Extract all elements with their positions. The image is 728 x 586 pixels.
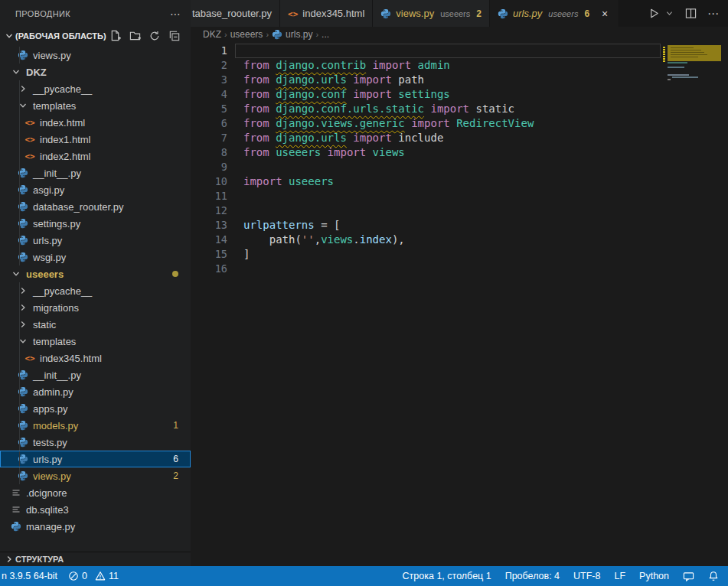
indent-guide bbox=[19, 47, 20, 63]
tree-item-useeers[interactable]: useeers bbox=[0, 265, 191, 282]
tree-item-views-py[interactable]: views.py2 bbox=[0, 467, 191, 484]
breadcrumb-item-urls-py[interactable]: urls.py bbox=[272, 29, 312, 40]
tree-item-label: .dcignore bbox=[26, 487, 67, 499]
code-editor[interactable]: 12from django.contrib import admin3from … bbox=[191, 42, 728, 566]
tree-item-migrations[interactable]: migrations bbox=[0, 299, 191, 316]
line-number: 10 bbox=[191, 174, 227, 189]
line-content: from django.urls import path bbox=[227, 73, 424, 87]
tree-item-label: __init__.py bbox=[33, 168, 81, 179]
close-icon[interactable]: × bbox=[599, 8, 611, 20]
eol-setting[interactable]: LF bbox=[614, 571, 625, 581]
code-line-7[interactable]: 7from django.urls import include bbox=[191, 131, 728, 145]
tree-item-urls-py[interactable]: urls.py bbox=[0, 232, 191, 249]
tree-item--pycache-[interactable]: __pycache__ bbox=[0, 80, 191, 97]
breadcrumb-label: ... bbox=[322, 29, 329, 40]
tree-item-admin-py[interactable]: admin.py bbox=[0, 383, 191, 400]
breadcrumb: DKZ›useeers›urls.py›... bbox=[191, 27, 728, 42]
code-line-16[interactable]: 16 bbox=[191, 262, 728, 276]
code-line-4[interactable]: 4from django.conf import settings bbox=[191, 87, 728, 102]
indent-guide bbox=[19, 467, 20, 484]
tree-item-wsgi-py[interactable]: wsgi.py bbox=[0, 249, 191, 265]
tree-item--dcignore[interactable]: .dcignore bbox=[0, 484, 191, 501]
tree-item-asgi-py[interactable]: asgi.py bbox=[0, 181, 191, 198]
collapse-all-icon[interactable] bbox=[168, 29, 181, 43]
code-line-9[interactable]: 9 bbox=[191, 160, 728, 174]
new-folder-icon[interactable] bbox=[128, 29, 142, 43]
tree-item-label: asgi.py bbox=[33, 184, 64, 196]
problems-status[interactable]: 0 11 bbox=[68, 571, 119, 581]
line-number: 6 bbox=[191, 116, 227, 131]
tab-index345-html[interactable]: <>index345.html bbox=[280, 0, 373, 27]
tree-item-label: views.py bbox=[33, 470, 71, 482]
indent-guide bbox=[19, 148, 20, 164]
status-bar: n 3.9.5 64-bit 0 11 Строка 1, столбец 1 … bbox=[0, 566, 728, 586]
tree-item-label: models.py bbox=[33, 420, 78, 431]
tree-item--init-py[interactable]: __init__.py bbox=[0, 366, 191, 383]
split-editor-button[interactable] bbox=[684, 5, 698, 23]
chevron-down-icon bbox=[3, 32, 15, 40]
minimap[interactable] bbox=[663, 44, 726, 135]
code-line-12[interactable]: 12 bbox=[191, 203, 728, 218]
code-line-3[interactable]: 3from django.urls import path bbox=[191, 73, 728, 87]
language-mode[interactable]: Python bbox=[639, 571, 669, 581]
editor-more-actions-icon[interactable]: ⋯ bbox=[706, 5, 720, 23]
indent-guide bbox=[19, 131, 20, 148]
indent-guide bbox=[19, 232, 20, 249]
code-line-14[interactable]: 14 path('',views.index), bbox=[191, 233, 728, 247]
tree-item-urls-py[interactable]: urls.py6 bbox=[0, 451, 191, 467]
line-content: from django.contrib import admin bbox=[227, 58, 450, 73]
tree-item-index1-html[interactable]: <>index1.html bbox=[0, 131, 191, 148]
tab-urls-py[interactable]: urls.pyuseeers6× bbox=[490, 0, 619, 27]
tree-item-static[interactable]: static bbox=[0, 316, 191, 333]
tab-label: urls.py bbox=[513, 8, 542, 19]
tab-views-py[interactable]: views.pyuseeers2 bbox=[373, 0, 490, 27]
explorer-more-icon[interactable]: ⋯ bbox=[170, 8, 181, 20]
tree-item-templates[interactable]: templates bbox=[0, 97, 191, 114]
tree-item-tests-py[interactable]: tests.py bbox=[0, 434, 191, 451]
tree-item-index-html[interactable]: <>index.html bbox=[0, 114, 191, 131]
tree-item-settings-py[interactable]: settings.py bbox=[0, 215, 191, 232]
tree-item-apps-py[interactable]: apps.py bbox=[0, 400, 191, 417]
tree-item-label: __pycache__ bbox=[33, 285, 92, 297]
tree-item-templates[interactable]: templates bbox=[0, 333, 191, 350]
outline-section-label: СТРУКТУРА bbox=[15, 555, 64, 564]
code-line-10[interactable]: 10import useeers bbox=[191, 174, 728, 189]
code-line-1[interactable]: 1 bbox=[191, 44, 728, 58]
breadcrumb-item-dkz[interactable]: DKZ bbox=[203, 29, 221, 40]
run-python-file-button[interactable] bbox=[647, 5, 661, 23]
tree-item-database-roouter-py[interactable]: database_roouter.py bbox=[0, 198, 191, 215]
code-line-5[interactable]: 5from django.conf.urls.static import sta… bbox=[191, 102, 728, 116]
line-number: 3 bbox=[191, 73, 227, 87]
encoding-setting[interactable]: UTF-8 bbox=[573, 571, 600, 581]
breadcrumb-separator-icon: › bbox=[315, 30, 318, 39]
notifications-bell-icon[interactable] bbox=[708, 571, 719, 581]
tree-item-models-py[interactable]: models.py1 bbox=[0, 417, 191, 434]
code-line-11[interactable]: 11 bbox=[191, 189, 728, 203]
code-line-15[interactable]: 15] bbox=[191, 247, 728, 262]
breadcrumb-item--[interactable]: ... bbox=[322, 29, 329, 40]
tree-item-views-py[interactable]: views.py bbox=[0, 47, 191, 63]
code-line-6[interactable]: 6from django.views.generic import Redire… bbox=[191, 116, 728, 131]
tree-item-db-sqlite3[interactable]: db.sqlite3 bbox=[0, 501, 191, 518]
code-line-8[interactable]: 8from useeers import views bbox=[191, 145, 728, 160]
tree-item-dkz[interactable]: DKZ bbox=[0, 63, 191, 80]
feedback-icon[interactable] bbox=[683, 571, 694, 582]
workspace-section-header[interactable]: (РАБОЧАЯ ОБЛАСТЬ) ... bbox=[0, 27, 191, 44]
code-line-2[interactable]: 2from django.contrib import admin bbox=[191, 58, 728, 73]
new-file-icon[interactable] bbox=[108, 29, 122, 43]
html-icon: <> bbox=[24, 150, 36, 162]
indentation-setting[interactable]: Пробелов: 4 bbox=[505, 571, 560, 581]
breadcrumb-item-useeers[interactable]: useeers bbox=[230, 29, 263, 40]
outline-section-header[interactable]: СТРУКТУРА bbox=[0, 552, 191, 566]
tab-tabase-roouter-py[interactable]: tabase_roouter.py bbox=[191, 0, 280, 27]
tree-item--pycache-[interactable]: __pycache__ bbox=[0, 282, 191, 299]
tree-item-index2-html[interactable]: <>index2.html bbox=[0, 148, 191, 164]
run-dropdown-chevron-icon[interactable] bbox=[664, 5, 674, 23]
python-interpreter-version[interactable]: n 3.9.5 64-bit bbox=[2, 571, 57, 581]
tree-item-manage-py[interactable]: manage.py bbox=[0, 518, 191, 535]
tree-item-index345-html[interactable]: <>index345.html bbox=[0, 350, 191, 366]
tree-item--init-py[interactable]: __init__.py bbox=[0, 164, 191, 181]
cursor-position[interactable]: Строка 1, столбец 1 bbox=[403, 571, 491, 581]
code-line-13[interactable]: 13urlpatterns = [ bbox=[191, 218, 728, 233]
refresh-icon[interactable] bbox=[148, 29, 162, 43]
